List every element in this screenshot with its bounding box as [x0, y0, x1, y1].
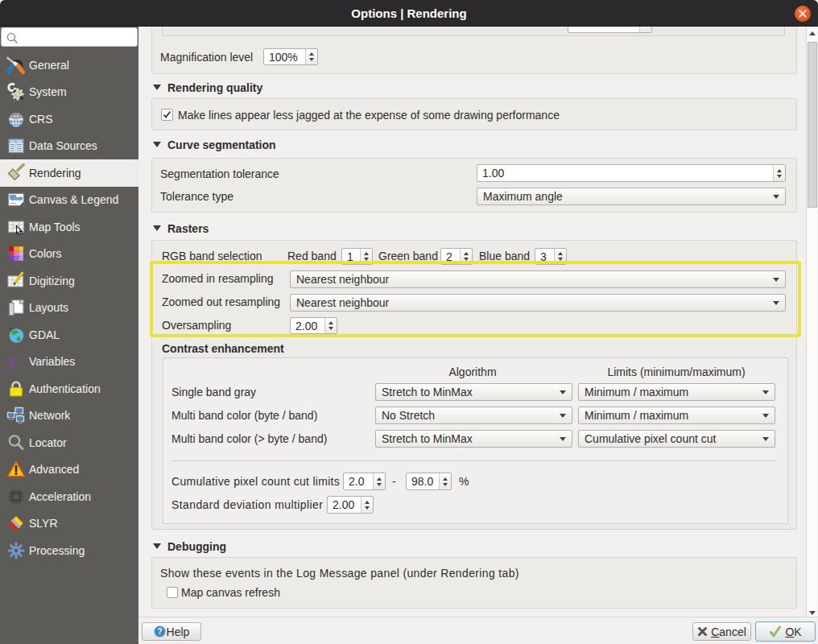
svg-text:?: ? [157, 627, 162, 636]
svg-text:ε: ε [8, 352, 19, 371]
